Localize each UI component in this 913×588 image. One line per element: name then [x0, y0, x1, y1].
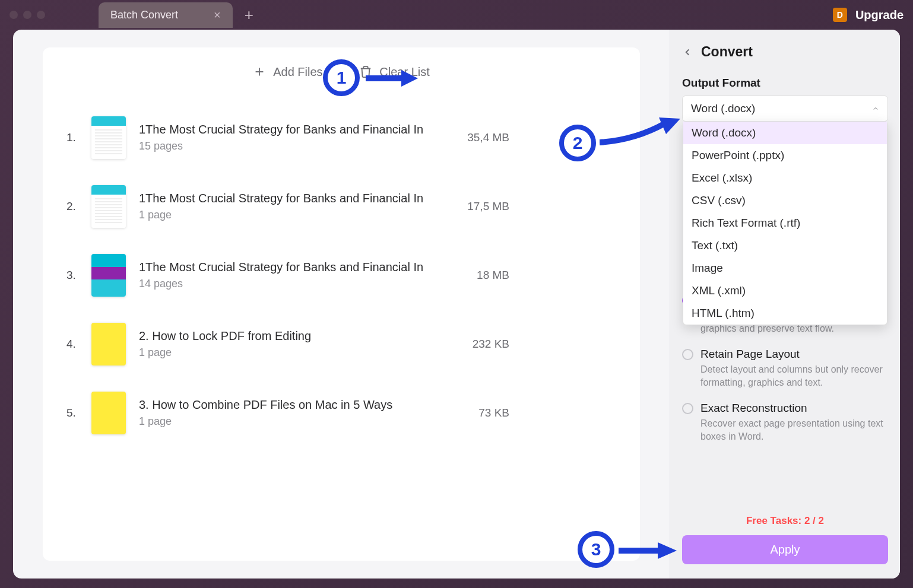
chevron-up-icon	[872, 105, 879, 112]
row-number: 3.	[66, 269, 78, 282]
radio-label: Exact Reconstruction	[700, 402, 888, 415]
file-pages: 14 pages	[139, 278, 464, 290]
row-number: 5.	[66, 406, 78, 419]
file-row[interactable]: 5. 3. How to Combine PDF Files on Mac in…	[66, 379, 616, 447]
file-title: 1The Most Crucial Strategy for Banks and…	[139, 260, 464, 274]
format-option[interactable]: HTML (.htm)	[683, 302, 887, 325]
titlebar: Batch Convert × + D Upgrade	[0, 0, 913, 30]
upgrade-button[interactable]: Upgrade	[855, 8, 904, 22]
free-tasks-label: Free Tasks: 2 / 2	[682, 515, 888, 527]
format-option[interactable]: Text (.txt)	[683, 234, 887, 257]
window-controls	[9, 11, 45, 19]
file-info: 3. How to Combine PDF Files on Mac in 5 …	[139, 398, 465, 428]
file-thumbnail	[91, 116, 126, 159]
radio-icon	[682, 349, 693, 360]
plus-icon	[253, 65, 266, 78]
format-dropdown: Word (.docx)PowerPoint (.pptx)Excel (.xl…	[683, 121, 887, 325]
file-list-card: Add Files | Clear List 1. 1The Most Cruc…	[43, 47, 640, 561]
file-pages: 1 page	[139, 347, 459, 359]
file-size: 18 MB	[477, 269, 509, 282]
file-thumbnail	[91, 185, 126, 228]
format-option[interactable]: Rich Text Format (.rtf)	[683, 212, 887, 234]
titlebar-right: D Upgrade	[833, 8, 904, 22]
maximize-window-icon[interactable]	[37, 11, 45, 19]
add-files-label: Add Files	[273, 65, 322, 79]
file-thumbnail	[91, 323, 126, 365]
file-pages: 1 page	[139, 415, 465, 428]
file-row[interactable]: 4. 2. How to Lock PDF from Editing 1 pag…	[66, 310, 616, 379]
file-size: 232 KB	[473, 338, 509, 351]
annotation-arrow-3	[619, 540, 678, 564]
radio-description: Detect layout and columns but only recov…	[700, 363, 888, 389]
convert-panel: Convert Output Format Word (.docx) Word …	[670, 30, 900, 579]
format-option[interactable]: Word (.docx)	[683, 122, 887, 144]
annotation-arrow-2	[600, 116, 683, 152]
add-files-button[interactable]: Add Files	[253, 65, 322, 79]
user-avatar[interactable]: D	[833, 8, 847, 22]
row-number: 4.	[66, 338, 78, 351]
panel-title: Convert	[701, 44, 753, 60]
file-title: 3. How to Combine PDF Files on Mac in 5 …	[139, 398, 465, 412]
file-size: 73 KB	[478, 406, 509, 419]
file-thumbnail	[91, 254, 126, 297]
file-info: 2. How to Lock PDF from Editing 1 page	[139, 329, 459, 359]
file-row[interactable]: 3. 1The Most Crucial Strategy for Banks …	[66, 241, 616, 310]
layout-radio-option[interactable]: Exact Reconstruction Recover exact page …	[682, 402, 888, 443]
minimize-window-icon[interactable]	[23, 11, 31, 19]
output-format-select[interactable]: Word (.docx) Word (.docx)PowerPoint (.pp…	[682, 96, 888, 122]
file-info: 1The Most Crucial Strategy for Banks and…	[139, 123, 454, 152]
format-option[interactable]: Excel (.xlsx)	[683, 167, 887, 189]
file-row[interactable]: 2. 1The Most Crucial Strategy for Banks …	[66, 172, 616, 241]
format-option[interactable]: XML (.xml)	[683, 279, 887, 302]
close-tab-icon[interactable]: ×	[214, 8, 221, 22]
file-row[interactable]: 1. 1The Most Crucial Strategy for Banks …	[66, 103, 616, 172]
new-tab-button[interactable]: +	[245, 6, 253, 24]
file-pages: 1 page	[139, 209, 454, 221]
file-title: 1The Most Crucial Strategy for Banks and…	[139, 123, 454, 136]
file-info: 1The Most Crucial Strategy for Banks and…	[139, 192, 454, 221]
radio-text: Retain Page Layout Detect layout and col…	[700, 348, 888, 389]
radio-description: Recover exact page presentation using te…	[700, 417, 888, 443]
tab-title: Batch Convert	[110, 9, 178, 21]
annotation-2: 2	[559, 125, 596, 161]
format-option[interactable]: CSV (.csv)	[683, 189, 887, 212]
file-size: 35,4 MB	[467, 131, 509, 144]
file-area: Add Files | Clear List 1. 1The Most Cruc…	[13, 30, 670, 579]
file-title: 2. How to Lock PDF from Editing	[139, 329, 459, 343]
row-number: 1.	[66, 131, 78, 144]
output-format-label: Output Format	[682, 77, 888, 90]
file-thumbnail	[91, 392, 126, 434]
radio-icon	[682, 403, 693, 414]
back-icon[interactable]	[682, 47, 693, 58]
close-window-icon[interactable]	[9, 11, 18, 19]
annotation-1: 1	[323, 59, 360, 96]
selected-format: Word (.docx)	[691, 102, 755, 115]
tab-batch-convert[interactable]: Batch Convert ×	[99, 2, 233, 28]
file-title: 1The Most Crucial Strategy for Banks and…	[139, 192, 454, 205]
app-window: Add Files | Clear List 1. 1The Most Cruc…	[13, 30, 900, 579]
radio-label: Retain Page Layout	[700, 348, 888, 361]
apply-button[interactable]: Apply	[682, 535, 888, 564]
layout-radio-option[interactable]: Retain Page Layout Detect layout and col…	[682, 348, 888, 389]
format-option[interactable]: PowerPoint (.pptx)	[683, 144, 887, 167]
panel-header: Convert	[682, 44, 888, 60]
annotation-arrow-1	[366, 66, 419, 90]
format-option[interactable]: Image	[683, 257, 887, 279]
row-number: 2.	[66, 200, 78, 213]
file-info: 1The Most Crucial Strategy for Banks and…	[139, 260, 464, 290]
radio-text: Exact Reconstruction Recover exact page …	[700, 402, 888, 443]
file-size: 17,5 MB	[467, 200, 509, 213]
file-pages: 15 pages	[139, 140, 454, 152]
annotation-3: 3	[578, 531, 614, 568]
